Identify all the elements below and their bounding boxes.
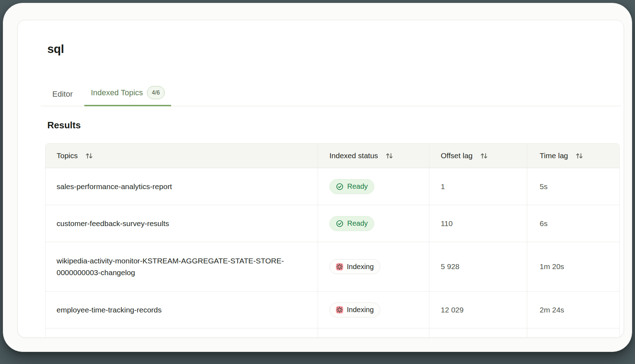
window-frame: sql Editor Indexed Topics 4/6 Results To… [3,3,632,352]
topic-name [46,328,318,338]
status-badge: Ready [329,216,374,231]
time-lag-value [527,328,619,338]
table-row: Indexing [46,328,619,338]
tab-editor-label: Editor [52,89,73,99]
indexed-topics-count-badge: 4/6 [147,86,165,99]
time-lag-value: 2m 24s [527,291,619,328]
offset-lag-value [429,328,527,338]
tab-indexed-topics[interactable]: Indexed Topics 4/6 [84,86,171,106]
status-badge: Indexing [329,259,380,274]
offset-lag-value: 110 [429,205,527,242]
page-title: sql [47,42,624,56]
column-header-indexed-status[interactable]: Indexed status [318,144,429,168]
table-row: sales-performance-analytics-report Ready… [46,168,619,205]
check-circle-icon [336,220,344,228]
sort-updown-icon[interactable] [85,152,93,160]
indexed-topics-table: Topics Indexed status [45,143,620,338]
time-lag-value: 1m 20s [527,242,619,291]
table-row: wikipedia-activity-monitor-KSTREAM-AGGRE… [46,242,619,291]
offset-lag-value: 1 [429,168,527,205]
time-lag-value: 6s [527,205,619,242]
tab-bar: Editor Indexed Topics 4/6 [41,86,621,106]
time-lag-value: 5s [527,168,619,205]
offset-lag-value: 5 928 [429,242,527,291]
check-circle-icon [336,183,344,191]
column-header-time-lag[interactable]: Time lag [527,144,619,168]
topic-name: customer-feedback-survey-results [46,205,318,242]
topic-name: sales-performance-analytics-report [46,168,318,205]
sort-updown-icon[interactable] [575,152,583,160]
offset-lag-value: 12 029 [429,291,527,328]
column-header-offset-lag[interactable]: Offset lag [429,144,527,168]
column-header-topics[interactable]: Topics [46,144,318,168]
tab-editor[interactable]: Editor [41,89,84,106]
topic-name: employee-time-tracking-records [46,291,318,328]
topic-name: wikipedia-activity-monitor-KSTREAM-AGGRE… [46,242,318,291]
table-header-row: Topics Indexed status [46,144,619,168]
spinner-icon [336,306,343,314]
status-label: Indexing [347,306,374,314]
spinner-icon [336,263,343,271]
status-badge: Ready [329,179,374,194]
sort-updown-icon[interactable] [385,152,393,160]
results-heading: Results [47,119,624,131]
table-row: employee-time-tracking-records [46,291,619,328]
table-row: customer-feedback-survey-results Ready 1… [46,205,619,242]
sort-updown-icon[interactable] [480,152,488,160]
status-badge: Indexing [329,303,380,317]
status-label: Indexing [347,263,374,271]
status-label: Ready [347,219,368,228]
app-panel: sql Editor Indexed Topics 4/6 Results To… [17,20,624,338]
tab-indexed-topics-label: Indexed Topics [91,88,143,98]
status-label: Ready [347,182,368,191]
